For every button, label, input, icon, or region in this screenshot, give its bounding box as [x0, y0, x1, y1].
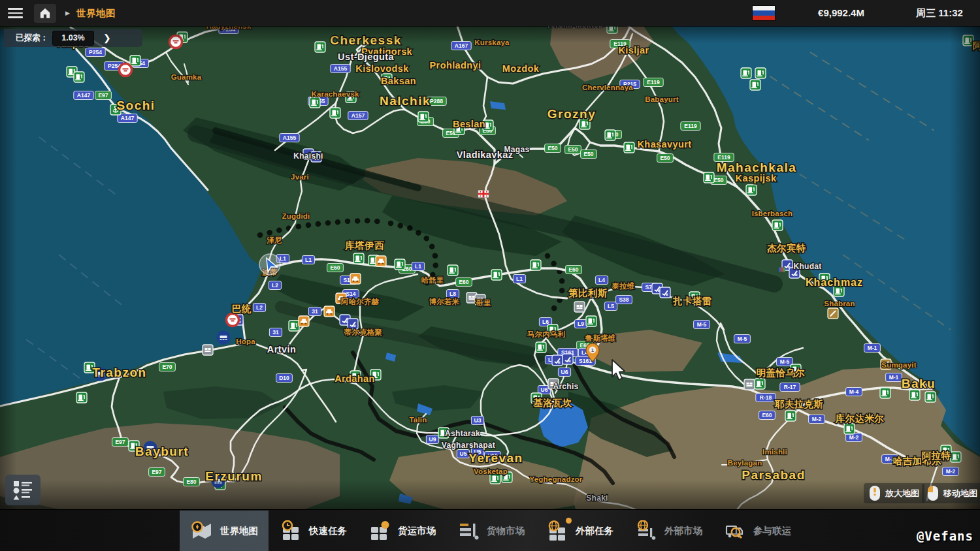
city-label[interactable]: Mozdok [502, 63, 540, 74]
city-label[interactable]: Hopa [236, 338, 255, 345]
menu-button[interactable] [0, 0, 26, 26]
fuel-station-icon[interactable] [76, 392, 87, 403]
fuel-station-icon[interactable] [605, 130, 615, 140]
player-marker-icon[interactable] [259, 254, 280, 275]
move-map-button[interactable]: 移动地图 [922, 483, 980, 503]
city-label[interactable]: Khachmaz [806, 277, 863, 288]
city-label[interactable]: Khudat [793, 262, 821, 271]
city-label[interactable]: 扎卡塔雷 [672, 296, 712, 306]
fuel-station-icon[interactable] [925, 392, 936, 402]
fuel-station-icon[interactable] [330, 108, 340, 118]
city-label[interactable]: Mahachkala [717, 161, 797, 174]
city-label[interactable]: 马尔内乌利 [527, 330, 566, 338]
city-label[interactable]: Sochi [116, 99, 155, 112]
fuel-station-icon[interactable] [315, 42, 325, 52]
zoom-map-button[interactable]: 放大地图 [864, 483, 924, 503]
city-label[interactable]: Guamka [171, 73, 202, 81]
agency-icon[interactable] [227, 314, 239, 326]
city-label[interactable]: 鲁斯塔维 [585, 334, 616, 342]
city-label[interactable]: 阿哈尔齐赫 [341, 298, 380, 306]
fuel-station-icon[interactable] [586, 316, 596, 326]
city-label[interactable]: Zugdidi [282, 212, 310, 220]
city-label[interactable]: Talin [410, 416, 427, 424]
city-label[interactable]: Parsabad [742, 468, 806, 482]
fuel-station-icon[interactable] [704, 172, 714, 183]
city-label[interactable]: 泰拉维 [611, 281, 634, 290]
fuel-station-icon[interactable] [74, 72, 84, 82]
city-label[interactable]: 阿拉特 [922, 450, 951, 461]
fuel-station-icon[interactable] [130, 55, 140, 66]
city-label[interactable]: 泽尼 [267, 236, 282, 244]
city-label[interactable]: Shaki [586, 494, 608, 503]
city-label[interactable]: Babayurt [645, 95, 678, 103]
city-label[interactable]: Grozny [547, 107, 596, 121]
tab-external-market[interactable]: 外部市场 [624, 511, 713, 551]
tab-external-contracts[interactable]: 外部任务 [535, 511, 624, 551]
dealer-icon[interactable] [299, 316, 309, 326]
city-label[interactable]: Beylagan [728, 459, 762, 467]
fuel-station-icon[interactable] [951, 452, 961, 462]
dealer-icon[interactable] [376, 256, 386, 266]
fuel-station-icon[interactable] [750, 80, 760, 90]
train-terminal-icon[interactable] [203, 345, 213, 355]
garage-icon[interactable] [348, 319, 358, 329]
fuel-station-icon[interactable] [353, 253, 364, 264]
city-label[interactable]: Archis [553, 382, 578, 391]
city-label[interactable]: Nalchik [380, 94, 431, 108]
city-label[interactable]: 巴统 [232, 304, 252, 314]
tab-join-convoy[interactable]: 参与联运 [713, 511, 802, 551]
fuel-station-icon[interactable] [531, 260, 541, 270]
city-label[interactable]: 阿 [973, 40, 980, 51]
city-label[interactable]: 杰尔宾特 [766, 243, 806, 253]
city-label[interactable]: Baksan [381, 76, 416, 86]
ferry-icon[interactable] [217, 331, 231, 345]
city-label[interactable]: 蒂尔克格聚 [344, 328, 383, 336]
city-label[interactable]: 库塔伊西 [344, 240, 384, 251]
agency-icon[interactable] [170, 36, 182, 48]
city-label[interactable]: Isberbasch [752, 210, 793, 217]
dealer-icon[interactable] [324, 306, 335, 317]
city-label[interactable]: Bayburt [135, 445, 189, 458]
city-label[interactable]: Vagharshapat [442, 441, 495, 450]
city-label[interactable]: Ust-Djeguta [338, 52, 394, 62]
city-label[interactable]: Kislovodsk [355, 63, 409, 74]
city-label[interactable]: Beslan [453, 119, 485, 129]
city-label[interactable]: 哥里 [475, 299, 491, 307]
city-label[interactable]: Kisljar [618, 45, 649, 55]
city-label[interactable]: 博尔若米 [429, 298, 460, 306]
fuel-station-icon[interactable] [395, 259, 405, 270]
train-terminal-icon[interactable] [744, 379, 755, 390]
fuel-station-icon[interactable] [844, 424, 855, 434]
city-label[interactable]: Jvari [291, 173, 309, 181]
city-label[interactable]: 耶夫拉克斯 [774, 399, 824, 409]
city-label[interactable]: 基洛瓦坎 [532, 398, 572, 408]
city-label[interactable]: Kurskaya [474, 39, 510, 46]
city-label[interactable]: Vosketap [474, 467, 508, 475]
world-map[interactable]: A147E97A147P254P254254P254A167A155A155A1… [0, 0, 980, 551]
city-label[interactable]: Yerevan [468, 451, 523, 465]
city-label[interactable]: Magas [504, 145, 530, 154]
garage-icon[interactable] [552, 355, 563, 366]
fuel-station-icon[interactable] [418, 112, 429, 122]
home-button[interactable] [34, 4, 56, 23]
city-label[interactable]: Trabzon [92, 366, 146, 379]
fuel-station-icon[interactable] [909, 390, 920, 400]
fuel-station-icon[interactable] [746, 185, 757, 195]
city-label[interactable]: 第比利斯 [568, 288, 608, 298]
fuel-station-icon[interactable] [772, 220, 783, 230]
tab-freight-market[interactable]: 货运市场 [357, 511, 446, 551]
city-label[interactable]: 明盖恰乌尔 [757, 368, 806, 378]
legend-button[interactable] [5, 475, 41, 505]
city-label[interactable]: 哈舒里 [421, 276, 444, 284]
city-label[interactable]: Baku [902, 377, 936, 390]
city-label[interactable]: Ardahan [335, 373, 375, 384]
city-label[interactable]: Erzurum [205, 469, 263, 483]
city-label[interactable]: Cherkessk [330, 33, 402, 47]
city-label[interactable]: Khasavyurt [638, 139, 692, 150]
city-label[interactable]: Karachaevsk [311, 90, 359, 98]
weigh-station-icon[interactable] [828, 308, 838, 319]
city-label[interactable]: Sumqayit [881, 361, 916, 369]
city-label[interactable]: Khaishi [293, 151, 323, 161]
city-label[interactable]: Shabran [824, 300, 855, 307]
fuel-station-icon[interactable] [536, 342, 546, 353]
